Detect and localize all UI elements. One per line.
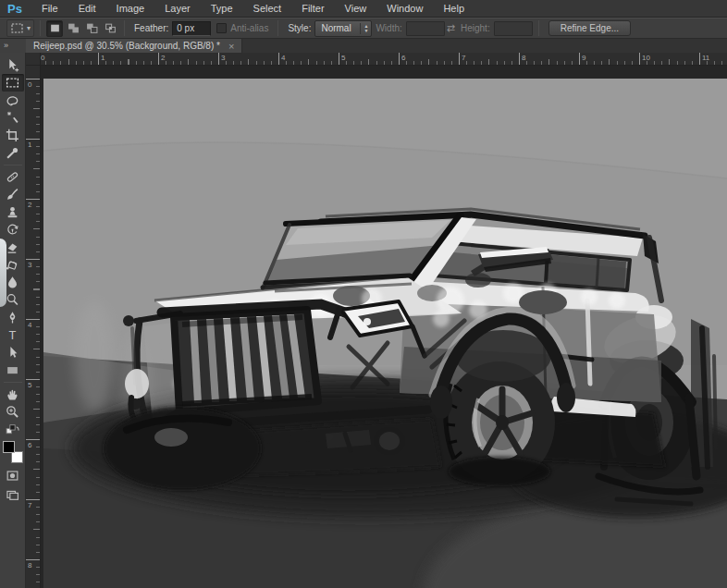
eraser-icon [6, 240, 19, 254]
add-to-selection-button[interactable] [65, 20, 81, 37]
style-selected-value: Normal [321, 23, 351, 33]
swap-width-height-icon[interactable]: ⇄ [447, 22, 455, 34]
width-input[interactable] [406, 21, 445, 36]
swap-colors-icon[interactable] [2, 421, 24, 438]
ruler-corner [26, 53, 41, 66]
menu-window[interactable]: Window [376, 0, 433, 18]
clone-stamp-tool[interactable] [2, 203, 24, 221]
lasso-icon [6, 93, 19, 107]
dodge-icon [6, 293, 19, 307]
document-canvas[interactable] [43, 79, 727, 588]
photoshop-logo: Ps [0, 2, 31, 16]
rectangle-tool[interactable] [2, 361, 24, 379]
document-tab-bar: » Reijeep.psd @ 30.5% (Background, RGB/8… [0, 39, 727, 53]
magnifier-icon [6, 405, 19, 419]
height-input[interactable] [494, 21, 533, 36]
menu-view[interactable]: View [335, 0, 377, 18]
quick-mask-icon [6, 469, 19, 483]
eyedropper-icon [6, 146, 19, 160]
foreground-color-swatch[interactable] [3, 441, 15, 453]
history-brush-tool[interactable] [2, 221, 24, 239]
move-tool[interactable] [2, 56, 24, 74]
document-tab-title: Reijeep.psd @ 30.5% (Background, RGB/8) … [33, 41, 220, 51]
tool-palette: T [0, 53, 26, 588]
options-bar: ▾ Feather: Anti-alias Style: Normal [0, 18, 727, 39]
divider [40, 20, 41, 36]
chevron-down-icon: ▾ [27, 24, 31, 32]
menu-edit[interactable]: Edit [68, 0, 106, 18]
rectangle-shape-icon [6, 363, 19, 377]
toolbar-collapse-button[interactable]: » [0, 39, 26, 53]
anti-alias-label: Anti-alias [230, 23, 268, 33]
hand-tool[interactable] [2, 386, 24, 403]
selection-mode-group [46, 20, 118, 37]
canvas-viewport[interactable] [41, 66, 727, 588]
feather-label: Feather: [134, 23, 168, 33]
screen-mode-icon [6, 488, 19, 502]
brush-tool[interactable] [2, 186, 24, 203]
spot-healing-brush-tool[interactable] [2, 168, 24, 186]
eyedropper-tool[interactable] [2, 144, 24, 162]
horizontal-ruler: 01234567891011 [41, 53, 727, 66]
rectangular-marquee-tool[interactable] [2, 74, 24, 92]
stamp-icon [6, 205, 19, 219]
menu-filter[interactable]: Filter [291, 0, 334, 18]
divider [4, 382, 22, 383]
water-drop-icon [6, 276, 19, 289]
crop-tool[interactable] [2, 127, 24, 144]
type-icon: T [6, 328, 19, 342]
divider [124, 20, 125, 36]
path-selection-tool[interactable] [2, 344, 24, 361]
bandage-icon [6, 170, 19, 184]
magic-wand-icon [6, 111, 19, 125]
refine-edge-button[interactable]: Refine Edge... [548, 20, 631, 36]
zoom-tool[interactable] [2, 403, 24, 421]
crop-icon [6, 129, 19, 142]
menu-type[interactable]: Type [201, 0, 243, 18]
magic-wand-tool[interactable] [2, 109, 24, 127]
lasso-tool[interactable] [2, 92, 24, 109]
feather-input[interactable] [172, 21, 211, 36]
style-select[interactable]: Normal ▲▼ [314, 20, 372, 37]
menu-layer[interactable]: Layer [154, 0, 201, 18]
quick-mask-button[interactable] [2, 467, 24, 484]
move-icon [6, 58, 19, 72]
pen-icon [6, 311, 19, 325]
dropdown-arrows-icon: ▲▼ [360, 23, 368, 34]
pen-tool[interactable] [2, 309, 24, 326]
anti-alias-checkbox[interactable] [216, 23, 227, 33]
paint-bucket-icon [6, 258, 19, 272]
menu-image[interactable]: Image [106, 0, 155, 18]
brush-icon [6, 188, 19, 202]
menu-file[interactable]: File [31, 0, 68, 18]
rectangular-marquee-icon [10, 22, 24, 34]
color-swatches[interactable] [2, 441, 24, 463]
photoshop-window: Ps File Edit Image Layer Type Select Fil… [0, 0, 727, 588]
divider [4, 165, 22, 165]
tool-preset-picker[interactable]: ▾ [6, 19, 34, 37]
hand-icon [6, 387, 19, 401]
car-sketch-artwork [43, 79, 727, 588]
menu-help[interactable]: Help [433, 0, 474, 18]
height-label: Height: [461, 23, 490, 33]
menu-select[interactable]: Select [243, 0, 292, 18]
svg-text:T: T [9, 328, 17, 342]
path-selection-icon [6, 346, 19, 360]
history-brush-icon [6, 223, 19, 237]
subtract-from-selection-button[interactable] [83, 20, 100, 37]
divider [277, 20, 278, 36]
screen-mode-button[interactable] [2, 486, 24, 504]
default-swap-colors-icon [6, 423, 19, 435]
vertical-ruler: 012345678 [26, 66, 41, 588]
document-tab[interactable]: Reijeep.psd @ 30.5% (Background, RGB/8) … [26, 39, 242, 53]
width-label: Width: [376, 23, 401, 33]
menu-bar: Ps File Edit Image Layer Type Select Fil… [0, 0, 727, 18]
intersect-selection-button[interactable] [102, 20, 118, 37]
divider [538, 20, 539, 36]
panel-edge-sliver [0, 239, 6, 307]
new-selection-button[interactable] [46, 20, 63, 37]
style-label: Style: [288, 23, 311, 33]
type-tool[interactable]: T [2, 326, 24, 344]
tab-close-icon[interactable]: × [228, 42, 234, 51]
rectangular-marquee-icon [6, 76, 19, 90]
